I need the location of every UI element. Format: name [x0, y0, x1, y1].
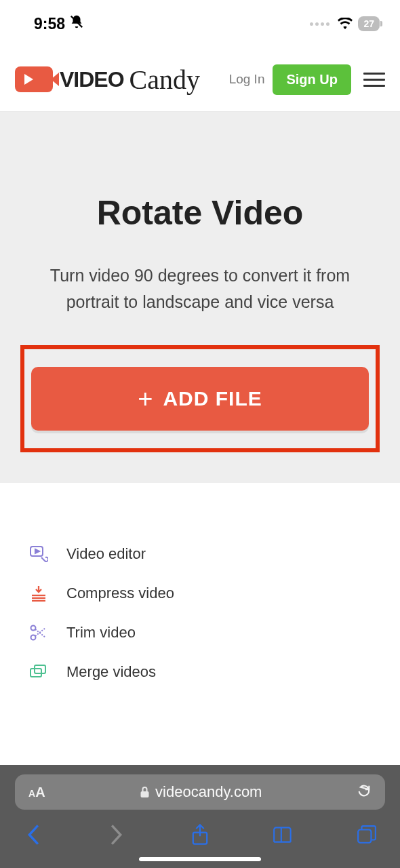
- svg-point-7: [31, 635, 36, 639]
- battery-level: 27: [358, 16, 380, 31]
- tabs-button[interactable]: [355, 823, 378, 846]
- svg-line-9: [35, 628, 45, 636]
- svg-rect-14: [358, 830, 371, 843]
- menu-icon[interactable]: [363, 73, 385, 87]
- forward-button[interactable]: [105, 823, 128, 846]
- scissors-icon: [28, 624, 49, 642]
- hero-section: Rotate Video Turn video 90 degrees to co…: [0, 112, 400, 483]
- page-subtitle: Turn video 90 degrees to convert it from…: [20, 262, 380, 315]
- add-file-label: ADD FILE: [163, 387, 262, 410]
- status-right: 27: [310, 16, 380, 31]
- login-link[interactable]: Log In: [229, 72, 265, 87]
- logo-text-candy: Candy: [129, 64, 200, 96]
- page-title: Rotate Video: [20, 193, 380, 233]
- tool-trim-video[interactable]: Trim video: [28, 613, 372, 652]
- text-size-button[interactable]: AA: [28, 785, 45, 800]
- signup-button[interactable]: Sign Up: [273, 64, 351, 95]
- app-header: VIDEO Candy Log In Sign Up: [0, 47, 400, 112]
- svg-marker-2: [35, 549, 39, 553]
- bookmarks-button[interactable]: [272, 823, 295, 846]
- status-bar: 9:58 27: [0, 0, 400, 47]
- plus-icon: +: [138, 386, 153, 412]
- signal-dots-icon: [310, 22, 329, 26]
- logo-text-video: VIDEO: [60, 67, 124, 92]
- video-editor-icon: [28, 545, 49, 563]
- tool-label: Trim video: [66, 624, 136, 642]
- home-indicator[interactable]: [139, 857, 261, 861]
- tool-compress-video[interactable]: Compress video: [28, 574, 372, 613]
- refresh-button[interactable]: [357, 783, 372, 801]
- tool-merge-videos[interactable]: Merge videos: [28, 652, 372, 692]
- url-text: videocandy.com: [54, 783, 348, 801]
- time-text: 9:58: [34, 15, 65, 33]
- lock-icon: [140, 786, 150, 798]
- tool-list: Video editor Compress video Trim video M…: [0, 483, 400, 692]
- logo[interactable]: VIDEO Candy: [15, 64, 200, 96]
- share-button[interactable]: [188, 823, 212, 846]
- merge-icon: [28, 663, 49, 681]
- svg-line-8: [35, 629, 45, 637]
- tool-label: Video editor: [66, 545, 146, 563]
- tool-video-editor[interactable]: Video editor: [28, 534, 372, 574]
- wifi-icon: [338, 18, 353, 30]
- tool-label: Compress video: [66, 585, 174, 602]
- url-bar[interactable]: AA videocandy.com: [15, 774, 385, 810]
- browser-toolbar: [0, 810, 400, 854]
- back-button[interactable]: [22, 823, 45, 846]
- bell-muted-icon: [69, 14, 84, 33]
- add-file-button[interactable]: + ADD FILE: [31, 367, 369, 431]
- svg-rect-12: [141, 791, 149, 797]
- tool-label: Merge videos: [66, 663, 156, 681]
- highlight-box: + ADD FILE: [20, 345, 380, 452]
- compress-icon: [28, 585, 49, 602]
- status-time: 9:58: [34, 14, 84, 33]
- logo-mark-icon: [15, 66, 53, 92]
- browser-chrome: AA videocandy.com: [0, 765, 400, 868]
- svg-point-6: [31, 625, 36, 630]
